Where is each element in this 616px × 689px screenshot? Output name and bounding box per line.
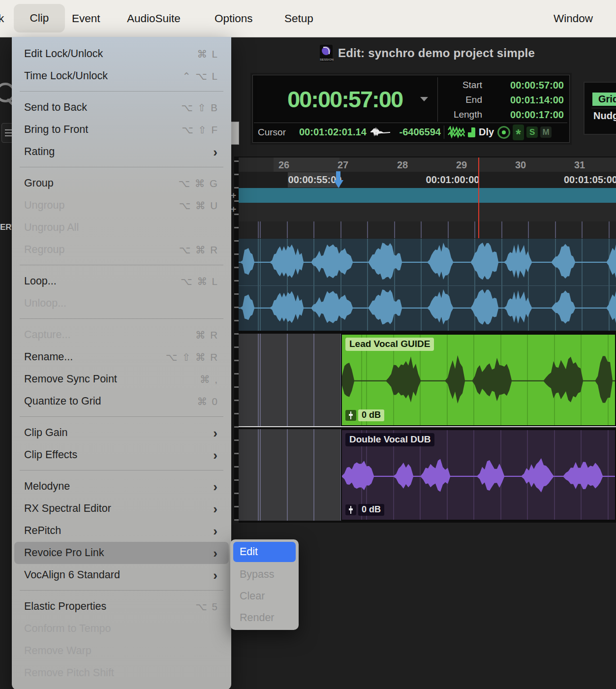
field-label: Start [440,80,482,91]
sample-offset-value: -6406594 [394,126,441,138]
selection-field-end: End00:01:14:00 [440,94,564,106]
bar-number: 27 [338,159,348,171]
bar-number: 26 [278,159,289,171]
field-value[interactable]: 00:00:57:00 [482,80,564,91]
counter-dropdown-icon[interactable] [420,97,428,101]
lead-vocal-clip[interactable]: Lead Vocal GUIDE 0 dB [341,334,616,426]
clip-gain-value[interactable]: 0 dB [358,409,384,421]
menu-item-elastic-properties[interactable]: Elastic Properties⌥ 5 [14,595,229,618]
menu-item-clip-gain[interactable]: Clip Gain› [14,422,229,444]
menu-item-quantize-to-grid[interactable]: Quantize to Grid⌘ 0 [14,390,229,412]
menu-item-repitch[interactable]: RePitch› [14,520,229,542]
session-icon: SESSION [320,45,333,62]
menu-item-unloop: Unloop... [14,292,229,314]
menu-item-rename[interactable]: Rename...⌥ ⇧ ⌘ R [14,346,229,368]
submenu-chevron-icon: › [213,428,217,438]
menubar-item-clip[interactable]: Clip [14,4,65,32]
stereo-audio-track[interactable] [239,239,616,331]
grid-mode-button[interactable]: Grid [592,93,616,106]
bar-number: 30 [515,159,526,171]
cursor-row: Cursor 00:01:02:01.14 -6406594 Dly * S M [254,123,568,141]
menu-item-remove-pitch-shift: Remove Pitch Shift [14,662,229,684]
menu-item-bring-to-front[interactable]: Bring to Front⌥ ⇧ F [14,119,229,141]
main-counter-value: 00:00:57:00 [287,86,402,113]
nudge-label[interactable]: Nudge [593,110,616,122]
submenu-item-edit[interactable]: Edit [233,542,296,562]
asterisk-button[interactable]: * [513,125,524,140]
clip-gain-value[interactable]: 0 dB [358,504,384,516]
double-vocal-clip[interactable]: Double Vocal DUB 0 dB [341,429,616,521]
submenu-chevron-icon: › [213,548,217,558]
window-title: Edit: synchro demo project simple [338,46,535,60]
menu-divider [20,167,223,167]
menu-divider [20,590,223,591]
pre-post-roll-icon[interactable] [497,126,510,139]
solo-button[interactable]: S [526,126,538,138]
field-value[interactable]: 00:00:17:00 [482,109,564,121]
menu-item-send-to-back[interactable]: Send to Back⌥ ⇧ B [14,96,229,119]
clip-name-badge: Lead Vocal GUIDE [345,338,434,351]
field-value[interactable]: 00:01:14:00 [482,94,564,106]
menubar-item-window[interactable]: Window [554,0,593,37]
grid-nudge-panel: Grid Nudge [584,82,616,135]
submenu-item-bypass: Bypass [233,564,296,585]
timecode-label: 00:01:00:00 [426,174,480,186]
window-titlebar: SESSION Edit: synchro demo project simpl… [239,43,616,63]
playhead-marker[interactable] [334,171,343,188]
menu-item-clip-effects[interactable]: Clip Effects› [14,444,229,466]
menu-item-melodyne[interactable]: Melodyne› [14,475,229,498]
clip-name-badge: Double Vocal DUB [345,433,434,446]
plus-icon[interactable]: + [231,204,236,215]
selection-field-length: Length00:00:17:00 [440,109,564,121]
menu-divider [20,470,223,470]
menu-item-time-lock-unlock[interactable]: Time Lock/Unlock⌃ ⌥ L [14,65,229,87]
elastic-audio-icon[interactable] [448,126,465,139]
menu-divider [20,318,223,319]
tick-strip [239,221,616,238]
menu-item-ungroup-all: Ungroup All [14,217,229,239]
menu-item-remove-sync-point[interactable]: Remove Sync Point⌘ , [14,368,229,390]
menu-item-group[interactable]: Group⌥ ⌘ G [14,172,229,194]
menu-item-rx-spectral-editor[interactable]: RX Spectral Editor› [14,498,229,520]
submenu-chevron-icon: › [213,147,217,157]
plus-icon[interactable]: + [231,190,236,201]
menubar-item-setup[interactable]: Setup [284,0,313,37]
clip-gain-fader-icon[interactable] [345,410,356,421]
bar-number: 29 [456,159,467,171]
menu-item-rating[interactable]: Rating› [14,141,229,163]
playback-cursor [478,157,479,238]
transport-panel: 00:00:57:00 Start00:00:57:00End00:01:14:… [252,75,570,143]
transport-status-icons: Dly * S M [448,125,552,139]
menu-item-revoice-pro-link[interactable]: Revoice Pro Link› [14,542,229,564]
submenu-chevron-icon: › [213,526,217,536]
menu-divider [20,416,223,417]
cursor-label: Cursor [258,127,286,138]
menubar-item-options[interactable]: Options [215,0,253,37]
menu-item-loop[interactable]: Loop...⌥ ⌘ L [14,270,229,292]
bars-ruler[interactable]: 262728293031 [239,157,616,173]
mute-button[interactable]: M [540,126,552,138]
ruler-gap [239,203,616,221]
menubar-item-audiosuite[interactable]: AudioSuite [127,0,181,37]
selection-fields: Start00:00:57:00End00:01:14:00Length00:0… [440,79,564,121]
submenu-item-clear: Clear [233,585,296,607]
delay-compensation-label[interactable]: Dly [478,126,495,138]
submenu-chevron-icon: › [213,450,217,460]
menu-item-remove-warp: Remove Warp [14,640,229,662]
menu-item-capture: Capture...⌘ R [14,324,229,346]
main-counter[interactable]: 00:00:57:00 [254,76,436,122]
timebase-icon[interactable] [468,127,475,137]
timeline-selection-band[interactable] [239,188,616,203]
clip-gain-fader-icon[interactable] [345,504,356,515]
menu-item-edit-lock-unlock[interactable]: Edit Lock/Unlock⌘ L [14,43,229,65]
menubar-item-event[interactable]: Event [72,0,100,37]
menu-divider [20,265,223,265]
field-label: Length [440,109,482,120]
menu-item-conform-to-tempo: Conform to Tempo [14,618,229,640]
menubar-partial-item[interactable]: k [0,0,4,37]
menu-item-ungroup: Ungroup⌥ ⌘ U [14,194,229,217]
menu-divider [20,91,223,92]
menu-item-vocalign-6-standard[interactable]: VocAlign 6 Standard› [14,564,229,586]
timecode-ruler[interactable]: 00:00:55:0000:01:00:0000:01:05:00 [239,172,616,188]
submenu-item-render: Render [233,607,296,628]
